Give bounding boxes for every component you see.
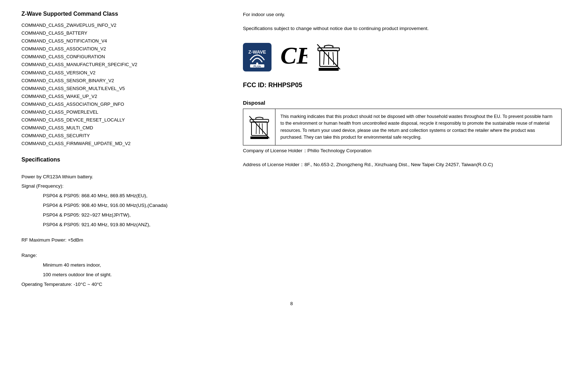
disposal-icon-cell [243, 109, 275, 145]
signal-detail-item: PSP04 & PSP05: 908.40 MHz, 916.00 MHz(US… [43, 202, 221, 210]
command-class-item: COMMAND_CLASS_NOTIFICATION_V4 [21, 37, 221, 45]
command-class-item: COMMAND_CLASS_SENSOR_MULTILEVEL_V5 [21, 85, 221, 93]
command-class-item: COMMAND_CLASS_ZWAVEPLUS_INFO_V2 [21, 21, 221, 29]
signal-line: Signal (Frequency): [21, 182, 221, 190]
range-label: Range: [21, 252, 221, 260]
disposal-title: Disposal [243, 100, 562, 106]
section1-title: Z-Wave Supported Command Class [21, 11, 221, 17]
range-detail-item: Minimum 40 meters indoor, [43, 261, 221, 269]
svg-line-16 [262, 123, 263, 134]
signal-detail-item: PSP04 & PSP05: 922~927 MHz(JP/TW), [43, 211, 221, 219]
signal-details: PSP04 & PSP05: 868.40 MHz, 869.85 MHz(EU… [43, 192, 221, 229]
command-class-item: COMMAND_CLASS_ASSOCIATION_GRP_INFO [21, 100, 221, 108]
range-details: Minimum 40 meters indoor,100 meters outd… [43, 261, 221, 279]
specs-section: Specifications Power by CR123A lithium b… [21, 157, 221, 289]
power-line: Power by CR123A lithium battery. [21, 173, 221, 181]
command-class-item: COMMAND_CLASS_SECURITY [21, 132, 221, 140]
command-class-item: COMMAND_CLASS_VERSION_V2 [21, 69, 221, 77]
command-class-item: COMMAND_CLASS_MANUFACTURER_SPECIFIC_V2 [21, 61, 221, 69]
svg-line-7 [324, 52, 324, 65]
command-class-item: COMMAND_CLASS_BATTERY [21, 29, 221, 37]
indoor-use-text: For indoor use only. [243, 11, 562, 19]
ce-mark: CE [279, 43, 307, 71]
certification-icons-row: Z-WAVE PLUs CE [243, 41, 562, 73]
svg-text:Z-WAVE: Z-WAVE [248, 49, 266, 55]
page-number: 8 [21, 301, 562, 306]
zwave-plus-badge: Z-WAVE PLUs [243, 43, 271, 71]
right-column: For indoor use only. Specifications subj… [243, 11, 562, 290]
svg-text:PLUs: PLUs [254, 64, 261, 68]
fcc-id: FCC ID: RHHPSP05 [243, 81, 562, 89]
rf-power: RF Maximum Power: +5dBm [21, 236, 221, 244]
svg-line-14 [256, 123, 256, 134]
svg-rect-11 [319, 68, 339, 71]
left-column: Z-Wave Supported Command Class COMMAND_C… [21, 11, 221, 290]
command-class-item: COMMAND_CLASS_WAKE_UP_V2 [21, 93, 221, 100]
svg-rect-18 [250, 137, 268, 139]
operating-temp: Operating Temperature: -10°C ~ 40°C [21, 281, 221, 289]
signal-detail-item: PSP04 & PSP05: 868.40 MHz, 869.85 MHz(EU… [43, 192, 221, 200]
command-class-item: COMMAND_CLASS_MULTI_CMD [21, 124, 221, 132]
command-class-item: COMMAND_CLASS_POWERLEVEL [21, 108, 221, 116]
disposal-section: Disposal [243, 100, 562, 169]
specs-notice-text: Specifications subject to change without… [243, 25, 562, 33]
command-class-item: COMMAND_CLASS_FIRMWARE_UPDATE_MD_V2 [21, 140, 221, 148]
disposal-table: This marking indicates that this product… [243, 109, 562, 146]
disposal-text: This marking indicates that this product… [275, 109, 561, 145]
page-container: Z-Wave Supported Command Class COMMAND_C… [21, 11, 562, 290]
svg-text:CE: CE [280, 43, 307, 68]
section2-title: Specifications [21, 157, 221, 163]
command-class-list: COMMAND_CLASS_ZWAVEPLUS_INFO_V2COMMAND_C… [21, 21, 221, 148]
range-detail-item: 100 meters outdoor line of sight. [43, 271, 221, 279]
command-class-item: COMMAND_CLASS_DEVICE_RESET_LOCALLY [21, 116, 221, 124]
weee-symbol-large [314, 41, 343, 73]
command-class-item: COMMAND_CLASS_SENSOR_BINARY_V2 [21, 77, 221, 85]
command-class-item: COMMAND_CLASS_ASSOCIATION_V2 [21, 45, 221, 53]
license-holder-company: Company of License Holder：Philio Technol… [243, 147, 562, 169]
command-class-item: COMMAND_CLASS_CONFIGURATION [21, 53, 221, 61]
signal-detail-item: PSP04 & PSP05: 921.40 MHz, 919.80 MHz(AN… [43, 221, 221, 229]
